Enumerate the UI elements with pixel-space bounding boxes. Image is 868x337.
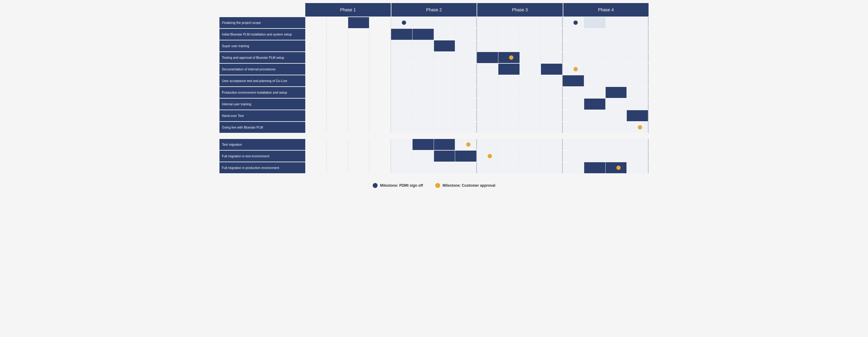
grid-cell	[327, 150, 348, 162]
grid-cell	[455, 110, 477, 121]
task-label: Testing and approval of Bluestar PLM set…	[219, 52, 305, 63]
grid-cell	[412, 150, 434, 162]
task-grid	[305, 40, 649, 52]
task-row: Documentation of internal procedures	[219, 64, 649, 75]
phases-header: Phase 1 Phase 2 Phase 3 Phase 4	[305, 3, 649, 16]
grid-cell	[563, 52, 584, 63]
grid-cell	[584, 17, 606, 28]
grid-cell	[455, 64, 477, 75]
grid-cell	[369, 139, 391, 150]
task-grid	[305, 17, 649, 28]
grid-cell	[541, 40, 563, 52]
grid-cell	[584, 52, 606, 63]
customer-milestone-icon	[509, 56, 514, 60]
grid-cell	[627, 150, 649, 162]
grid-cell	[541, 110, 563, 121]
grid-cell	[498, 162, 520, 173]
grid-cell	[305, 162, 327, 173]
grid-cell	[477, 139, 498, 150]
grid-cell	[563, 75, 584, 86]
task-rows: Finalizing the project scopeInitial Blue…	[219, 17, 649, 133]
grid-cell	[391, 162, 412, 173]
task-row: Going live with Bluestar PLM	[219, 122, 649, 133]
grid-cell	[520, 122, 541, 133]
grid-cell	[541, 52, 563, 63]
grid-cell	[455, 17, 477, 28]
grid-cell	[584, 64, 606, 75]
grid-cell	[305, 139, 327, 150]
grid-cell	[391, 122, 412, 133]
task-grid	[305, 110, 649, 121]
task-label: Internal user training	[219, 99, 305, 109]
grid-cell	[327, 29, 348, 40]
grid-cell	[520, 52, 541, 63]
phase-4-header: Phase 4	[563, 3, 649, 16]
grid-cell	[477, 75, 498, 86]
grid-cell	[434, 29, 456, 40]
task-label: Hand-over Test	[219, 110, 305, 121]
customer-milestone-icon	[616, 166, 621, 170]
grid-cell	[606, 64, 627, 75]
grid-cell	[606, 52, 627, 63]
grid-cell	[369, 29, 391, 40]
grid-cell	[434, 122, 456, 133]
grid-cell	[498, 139, 520, 150]
phase-1-header: Phase 1	[305, 3, 391, 16]
grid-cell	[606, 87, 627, 98]
grid-cell	[348, 122, 370, 133]
task-label: Super user training	[219, 40, 305, 52]
grid-cell	[606, 17, 627, 28]
grid-cell	[391, 110, 412, 121]
grid-cell	[541, 139, 563, 150]
grid-cell	[327, 122, 348, 133]
task-grid	[305, 162, 649, 173]
pdmt-label: Milestone: PDMt sign off	[380, 183, 423, 188]
grid-cell	[434, 139, 456, 150]
grid-cell	[627, 162, 649, 173]
task-row: Full migration in production environment	[219, 162, 649, 174]
grid-cell	[305, 110, 327, 121]
grid-cell	[627, 40, 649, 52]
grid-cell	[477, 162, 498, 173]
task-row: Full migration in test environment	[219, 150, 649, 162]
grid-cell	[563, 162, 584, 173]
grid-cell	[391, 150, 412, 162]
grid-cell	[369, 162, 391, 173]
grid-cell	[369, 122, 391, 133]
grid-cell	[455, 75, 477, 86]
grid-cell	[391, 87, 412, 98]
grid-cell	[520, 64, 541, 75]
grid-cell	[584, 150, 606, 162]
grid-cell	[434, 110, 456, 121]
grid-cell	[348, 139, 370, 150]
grid-cell	[391, 64, 412, 75]
grid-cell	[520, 99, 541, 109]
grid-cell	[541, 17, 563, 28]
customer-label: Milestone: Customer approval	[442, 183, 495, 188]
task-row: Production environment installation and …	[219, 87, 649, 99]
grid-cell	[305, 64, 327, 75]
grid-cell	[434, 40, 456, 52]
grid-cell	[606, 139, 627, 150]
task-label: Finalizing the project scope	[219, 17, 305, 28]
pdmt-dot-icon	[373, 183, 378, 188]
grid-cell	[627, 110, 649, 121]
task-grid	[305, 122, 649, 133]
grid-cell	[606, 40, 627, 52]
grid-cell	[606, 110, 627, 121]
header-spacer	[219, 3, 305, 16]
grid-cell	[563, 139, 584, 150]
grid-cell	[434, 87, 456, 98]
phase-2-header: Phase 2	[392, 3, 477, 16]
grid-cell	[305, 17, 327, 28]
grid-cell	[327, 139, 348, 150]
grid-cell	[498, 64, 520, 75]
grid-cell	[584, 87, 606, 98]
task-row: Internal user training	[219, 99, 649, 110]
grid-cell	[477, 110, 498, 121]
grid-cell	[348, 110, 370, 121]
grid-cell	[584, 99, 606, 109]
grid-cell	[434, 150, 456, 162]
task-grid	[305, 75, 649, 86]
customer-dot-icon	[435, 183, 440, 188]
